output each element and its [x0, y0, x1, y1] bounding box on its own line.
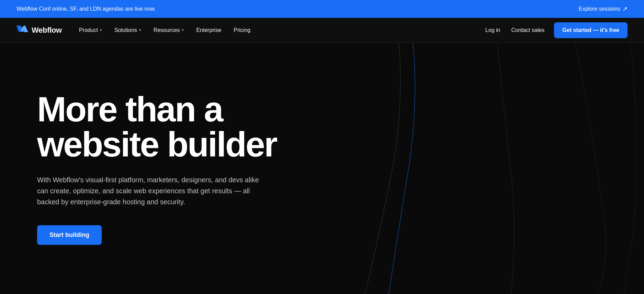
- hero-title-line1: More than a: [37, 90, 222, 129]
- product-chevron-icon: ▾: [100, 28, 102, 32]
- hero-section: More than a website builder With Webflow…: [0, 43, 644, 294]
- nav-item-solutions[interactable]: Solutions ▾: [110, 24, 146, 36]
- announcement-text: Webflow Conf online, SF, and LDN agendas…: [16, 6, 156, 12]
- nav-resources-label: Resources: [154, 27, 180, 33]
- resources-chevron-icon: ▾: [182, 28, 184, 32]
- start-building-button[interactable]: Start building: [37, 225, 102, 245]
- navbar-right: Log in Contact sales Get started — it's …: [484, 22, 628, 38]
- nav-item-pricing[interactable]: Pricing: [229, 24, 255, 36]
- webflow-logo-icon: [16, 25, 28, 35]
- logo-text: Webflow: [32, 26, 62, 35]
- nav-product-label: Product: [79, 27, 98, 33]
- nav-enterprise-label: Enterprise: [196, 27, 221, 33]
- hero-background-decoration: [258, 43, 644, 294]
- nav-item-enterprise[interactable]: Enterprise: [191, 24, 226, 36]
- explore-sessions-arrow: ↗: [622, 5, 628, 13]
- hero-description: With Webflow's visual-first platform, ma…: [37, 174, 271, 207]
- nav-solutions-label: Solutions: [114, 27, 137, 33]
- navbar: Webflow Product ▾ Solutions ▾ Resources …: [0, 18, 644, 43]
- nav-pricing-label: Pricing: [234, 27, 250, 33]
- hero-title: More than a website builder: [37, 92, 277, 162]
- nav-item-product[interactable]: Product ▾: [74, 24, 107, 36]
- solutions-chevron-icon: ▾: [139, 28, 141, 32]
- get-started-button[interactable]: Get started — it's free: [554, 22, 628, 38]
- announcement-banner: Webflow Conf online, SF, and LDN agendas…: [0, 0, 644, 18]
- logo[interactable]: Webflow: [16, 25, 62, 35]
- explore-sessions-link[interactable]: Explore sessions ↗: [579, 5, 628, 13]
- hero-content: More than a website builder With Webflow…: [37, 92, 277, 245]
- nav-item-resources[interactable]: Resources ▾: [149, 24, 189, 36]
- nav-links: Product ▾ Solutions ▾ Resources ▾ Enterp…: [74, 24, 255, 36]
- login-link[interactable]: Log in: [484, 24, 502, 36]
- contact-sales-link[interactable]: Contact sales: [510, 24, 546, 36]
- hero-title-line2: website builder: [37, 125, 277, 164]
- explore-sessions-label: Explore sessions: [579, 6, 620, 12]
- navbar-left: Webflow Product ▾ Solutions ▾ Resources …: [16, 24, 255, 36]
